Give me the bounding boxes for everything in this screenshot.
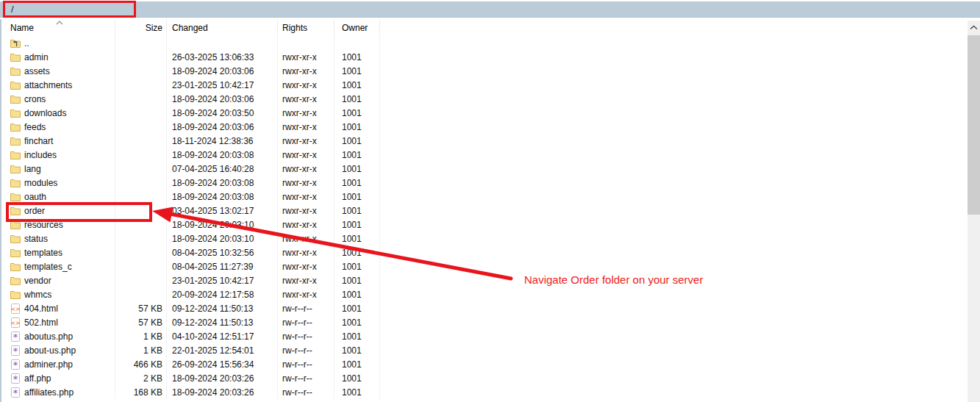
scrollbar-up-button[interactable]: [968, 21, 980, 34]
file-name: aff.php: [24, 373, 51, 384]
file-owner: 1001: [335, 106, 380, 120]
column-header-changed[interactable]: Changed: [167, 19, 278, 36]
file-row[interactable]: vendor23-01-2025 10:42:17rwxr-xr-x1001: [0, 273, 380, 287]
php-file-icon: *: [10, 373, 21, 384]
file-owner: 1001: [335, 343, 380, 357]
file-changed: 18-09-2024 20:03:08: [167, 148, 278, 162]
file-rights: rwxr-xr-x: [278, 204, 335, 218]
file-owner: 1001: [335, 287, 380, 301]
file-row[interactable]: feeds18-09-2024 20:03:06rwxr-xr-x1001: [0, 120, 380, 134]
folder-icon: [10, 52, 21, 62]
folder-icon: [10, 178, 21, 188]
file-name-cell: *affiliates.php: [0, 385, 115, 399]
file-rights: rwxr-xr-x: [278, 176, 335, 190]
file-name: aboutus.php: [24, 331, 73, 342]
file-size: 1 KB: [115, 329, 167, 343]
file-row[interactable]: status18-09-2024 20:03:10rwxr-xr-x1001: [0, 231, 380, 245]
column-header-size[interactable]: Size: [115, 19, 167, 36]
file-row[interactable]: *aboutus.php1 KB04-10-2024 12:51:17rw-r-…: [0, 329, 380, 343]
file-rights: rwxr-xr-x: [278, 92, 335, 106]
file-name: ..: [24, 38, 29, 49]
file-size: [115, 50, 167, 64]
file-changed: [167, 36, 278, 50]
file-row[interactable]: lang07-04-2025 16:40:28rwxr-xr-x1001: [0, 162, 380, 176]
file-row[interactable]: downloads18-09-2024 20:03:50rwxr-xr-x100…: [0, 106, 380, 120]
file-name: crons: [24, 94, 46, 104]
folder-icon: [10, 164, 21, 174]
column-label: Rights: [282, 23, 307, 33]
svg-text:*: *: [13, 359, 18, 370]
file-name: feeds: [24, 122, 46, 132]
file-owner: 1001: [335, 301, 380, 315]
file-owner: 1001: [335, 329, 380, 343]
svg-text:<>: <>: [11, 305, 20, 312]
file-name: affiliates.php: [24, 387, 74, 398]
file-row[interactable]: *aff.php2 KB18-09-2024 20:03:26rw-r--r--…: [0, 371, 380, 385]
file-row[interactable]: assets18-09-2024 20:03:06rwxr-xr-x1001: [0, 64, 380, 78]
file-name: oauth: [24, 192, 46, 202]
file-row[interactable]: *adminer.php466 KB26-09-2024 15:56:34rw-…: [0, 357, 380, 371]
file-rights: rw-r--r--: [278, 301, 335, 315]
file-rights: rwxr-xr-x: [278, 190, 335, 204]
file-row[interactable]: includes18-09-2024 20:03:08rwxr-xr-x1001: [0, 148, 380, 162]
file-rights: rw-r--r--: [278, 371, 335, 385]
file-name: about-us.php: [24, 345, 76, 356]
file-name: vendor: [24, 276, 51, 286]
column-header-owner[interactable]: Owner: [335, 19, 380, 36]
file-name: 404.html: [24, 304, 58, 314]
file-row[interactable]: *about-us.php1 KB22-01-2025 12:54:01rw-r…: [0, 343, 380, 357]
file-rights: rwxr-xr-x: [278, 162, 335, 176]
file-rights: rwxr-xr-x: [278, 259, 335, 273]
file-changed: 23-01-2025 10:42:17: [167, 273, 278, 287]
file-changed: 18-09-2024 20:03:06: [167, 92, 278, 106]
file-name-cell: crons: [0, 92, 115, 106]
file-rights: rwxr-xr-x: [278, 78, 335, 92]
file-rights: rw-r--r--: [278, 343, 335, 357]
annotation-label: Navigate Order folder on your server: [524, 273, 703, 286]
file-size: [115, 259, 167, 273]
file-row[interactable]: admin26-03-2025 13:06:33rwxr-xr-x1001: [0, 50, 380, 64]
folder-icon: [10, 66, 21, 76]
file-size: 466 KB: [115, 357, 167, 371]
scrollbar-thumb[interactable]: [968, 35, 980, 215]
file-name-cell: attachments: [0, 78, 115, 92]
file-owner: 1001: [335, 231, 380, 245]
file-row[interactable]: ..: [0, 36, 380, 50]
file-row[interactable]: <>502.html57 KB09-12-2024 11:50:13rw-r--…: [0, 315, 380, 329]
file-size: [115, 36, 167, 50]
file-size: [115, 134, 167, 148]
file-size: [115, 176, 167, 190]
file-row[interactable]: <>404.html57 KB09-12-2024 11:50:13rw-r--…: [0, 301, 380, 315]
file-name-cell: <>502.html: [0, 315, 115, 329]
file-row[interactable]: attachments23-01-2025 10:42:17rwxr-xr-x1…: [0, 78, 380, 92]
file-row[interactable]: crons18-09-2024 20:03:06rwxr-xr-x1001: [0, 92, 380, 106]
file-row[interactable]: finchart18-11-2024 12:38:36rwxr-xr-x1001: [0, 134, 380, 148]
folder-icon: [10, 234, 21, 244]
file-rights: rw-r--r--: [278, 385, 335, 399]
file-row[interactable]: modules18-09-2024 20:03:08rwxr-xr-x1001: [0, 176, 380, 190]
folder-icon: [10, 262, 21, 272]
file-row[interactable]: whmcs20-09-2024 12:17:58rwxr-xr-x1001: [0, 287, 380, 301]
file-changed: 09-12-2024 11:50:13: [167, 315, 278, 329]
file-changed: 18-09-2024 20:03:08: [167, 176, 278, 190]
file-changed: 03-04-2025 13:02:17: [167, 204, 278, 218]
file-changed: 18-09-2024 20:03:06: [167, 64, 278, 78]
file-name-cell: *about-us.php: [0, 343, 115, 357]
column-header-rights[interactable]: Rights: [278, 19, 335, 36]
remote-path-bar[interactable]: /: [0, 1, 980, 18]
file-owner: 1001: [335, 204, 380, 218]
file-name: finchart: [24, 136, 53, 146]
file-owner: 1001: [335, 385, 380, 399]
vertical-scrollbar[interactable]: [968, 21, 980, 402]
php-file-icon: *: [10, 331, 21, 342]
column-label: Owner: [342, 23, 368, 33]
file-name: attachments: [24, 80, 72, 90]
file-owner: 1001: [335, 259, 380, 273]
file-row[interactable]: *affiliates.php168 KB18-09-2024 20:03:26…: [0, 385, 380, 399]
file-rights: rwxr-xr-x: [278, 245, 335, 259]
file-row[interactable]: templates08-04-2025 10:32:56rwxr-xr-x100…: [0, 245, 380, 259]
file-row[interactable]: templates_c08-04-2025 11:27:39rwxr-xr-x1…: [0, 259, 380, 273]
file-changed: 18-09-2024 20:03:10: [167, 231, 278, 245]
file-owner: 1001: [335, 190, 380, 204]
file-size: [115, 148, 167, 162]
